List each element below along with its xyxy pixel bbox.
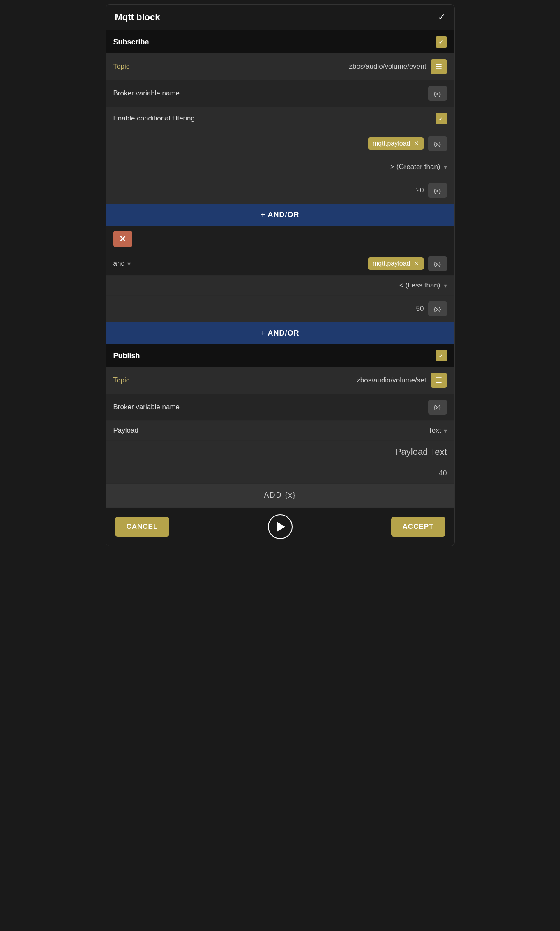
subscribe-topic-row: Topic zbos/audio/volume/event ☰ — [106, 53, 454, 80]
publish-topic-menu-btn[interactable]: ☰ — [431, 373, 447, 388]
andor-label-1: + AND/OR — [261, 211, 300, 219]
condition1-value-row: 20 {x} — [106, 177, 454, 204]
mqtt-block-dialog: Mqtt block ✓ Subscribe ✓ Topic zbos/audi… — [106, 4, 455, 546]
condition1-value-var-btn[interactable]: {x} — [428, 183, 447, 198]
publish-add-row: ADD {x} — [106, 484, 454, 507]
condition1-operator-select[interactable]: > (Greater than) ▾ — [390, 163, 447, 171]
condition2-connector-label: and ▾ — [113, 259, 131, 268]
dialog-header: Mqtt block ✓ — [106, 5, 454, 30]
subscribe-section-header: Subscribe ✓ — [106, 30, 454, 53]
dialog-footer: CANCEL ACCEPT — [106, 507, 454, 546]
publish-topic-row: Topic zbos/audio/volume/set ☰ — [106, 367, 454, 394]
condition1-operator-label: > (Greater than) — [390, 163, 440, 171]
publish-topic-label: Topic — [113, 376, 130, 384]
subscribe-broker-var-btn[interactable]: {x} — [428, 86, 447, 101]
play-button[interactable] — [268, 514, 293, 539]
condition2-operator-row: < (Less than) ▾ — [106, 276, 454, 296]
subscribe-broker-right: {x} — [428, 86, 447, 101]
condition1-tag-chip[interactable]: mqtt.payload ✕ — [368, 137, 424, 150]
publish-payload-value: 40 — [439, 469, 447, 477]
condition2-dropdown-arrow: ▾ — [444, 282, 447, 289]
publish-payload-value-row: 40 — [106, 463, 454, 484]
publish-section-header: Publish ✓ — [106, 344, 454, 367]
andor-label-2: + AND/OR — [261, 329, 300, 338]
condition2-delete-row: ✕ — [106, 226, 454, 252]
subscribe-label: Subscribe — [113, 38, 149, 46]
confirm-icon[interactable]: ✓ — [438, 12, 445, 23]
publish-payload-text: Payload Text — [395, 447, 447, 457]
publish-payload-select[interactable]: Text ▾ — [428, 426, 447, 435]
condition2-value: 50 — [416, 305, 424, 313]
condition1-value: 20 — [416, 186, 424, 195]
publish-broker-label: Broker variable name — [113, 403, 180, 411]
condition1-tag-row: mqtt.payload ✕ {x} — [106, 130, 454, 157]
publish-payload-text-row: Payload Text — [106, 441, 454, 463]
subscribe-filter-label: Enable conditional filtering — [113, 114, 195, 123]
subscribe-filter-row: Enable conditional filtering ✓ — [106, 107, 454, 130]
condition1-operator-row: > (Greater than) ▾ — [106, 157, 454, 177]
publish-topic-right: zbos/audio/volume/set ☰ — [357, 373, 447, 388]
andor-bar-2[interactable]: + AND/OR — [106, 322, 454, 344]
condition2-delete-btn[interactable]: ✕ — [113, 231, 132, 247]
accept-button[interactable]: ACCEPT — [391, 517, 445, 537]
condition2-var-btn[interactable]: {x} — [428, 256, 447, 271]
subscribe-topic-menu-btn[interactable]: ☰ — [431, 59, 447, 74]
subscribe-checkbox[interactable]: ✓ — [436, 36, 447, 48]
condition2-operator-label: < (Less than) — [399, 281, 440, 289]
condition2-and-label: and — [113, 259, 125, 268]
subscribe-broker-row: Broker variable name {x} — [106, 80, 454, 107]
condition2-tag-chip[interactable]: mqtt.payload ✕ — [368, 257, 424, 270]
condition2-operator-select[interactable]: < (Less than) ▾ — [399, 281, 447, 289]
publish-payload-label: Payload — [113, 426, 138, 435]
subscribe-topic-right: zbos/audio/volume/event ☰ — [349, 59, 447, 74]
subscribe-topic-label: Topic — [113, 63, 130, 71]
publish-broker-var-btn[interactable]: {x} — [428, 400, 447, 415]
condition2-tag-label: mqtt.payload — [373, 260, 410, 267]
publish-broker-row: Broker variable name {x} — [106, 394, 454, 421]
publish-add-btn[interactable]: ADD {x} — [264, 491, 296, 500]
publish-label: Publish — [113, 352, 140, 360]
andor-bar-1[interactable]: + AND/OR — [106, 204, 454, 226]
subscribe-filter-checkbox[interactable]: ✓ — [436, 113, 447, 124]
publish-payload-type: Text — [428, 426, 441, 435]
publish-broker-right: {x} — [428, 400, 447, 415]
play-icon — [277, 522, 285, 532]
condition1-tag-close[interactable]: ✕ — [414, 140, 419, 147]
condition1-var-btn[interactable]: {x} — [428, 136, 447, 151]
condition1-dropdown-arrow: ▾ — [444, 163, 447, 171]
condition2-connector-row: and ▾ mqtt.payload ✕ {x} — [106, 252, 454, 276]
condition2-value-var-btn[interactable]: {x} — [428, 301, 447, 316]
publish-payload-arrow: ▾ — [444, 427, 447, 435]
condition2-and-arrow[interactable]: ▾ — [127, 260, 131, 268]
condition2-tag-right: mqtt.payload ✕ {x} — [368, 256, 447, 271]
condition1-tag-label: mqtt.payload — [373, 140, 410, 147]
condition2-value-row: 50 {x} — [106, 296, 454, 322]
cancel-button[interactable]: CANCEL — [115, 517, 170, 537]
publish-checkbox[interactable]: ✓ — [436, 350, 447, 361]
condition2-tag-close[interactable]: ✕ — [414, 260, 419, 267]
subscribe-broker-label: Broker variable name — [113, 89, 180, 97]
publish-topic-value: zbos/audio/volume/set — [357, 376, 426, 384]
publish-payload-row: Payload Text ▾ — [106, 421, 454, 441]
dialog-title: Mqtt block — [115, 12, 160, 23]
subscribe-topic-value: zbos/audio/volume/event — [349, 63, 426, 71]
